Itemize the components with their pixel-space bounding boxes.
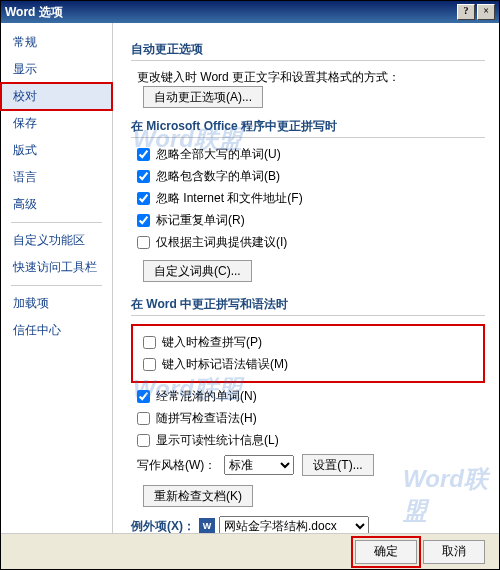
label-confused: 经常混淆的单词(N)	[156, 388, 257, 405]
exceptions-doc-select[interactable]: 网站金字塔结构.docx	[219, 516, 369, 533]
checkbox-ignore-upper[interactable]	[137, 148, 150, 161]
sidebar-item-display[interactable]: 显示	[1, 56, 112, 83]
label-repeat: 标记重复单词(R)	[156, 212, 245, 229]
label-ignore-internet: 忽略 Internet 和文件地址(F)	[156, 190, 303, 207]
sidebar-item-customize-ribbon[interactable]: 自定义功能区	[1, 227, 112, 254]
sidebar: 常规 显示 校对 保存 版式 语言 高级 自定义功能区 快速访问工具栏 加载项 …	[1, 23, 113, 533]
ok-button[interactable]: 确定	[355, 540, 417, 564]
checkbox-mainlex[interactable]	[137, 236, 150, 249]
label-mainlex: 仅根据主词典提供建议(I)	[156, 234, 287, 251]
content-panel[interactable]: Word联盟 Word联盟 Word联盟 自动更正选项 更改键入时 Word 更…	[113, 23, 499, 533]
sidebar-item-save[interactable]: 保存	[1, 110, 112, 137]
autocorrect-intro: 更改键入时 Word 更正文字和设置其格式的方式：	[137, 69, 400, 86]
label-ignore-upper: 忽略全部大写的单词(U)	[156, 146, 281, 163]
checkbox-check-grammar[interactable]	[143, 358, 156, 371]
cancel-button[interactable]: 取消	[423, 540, 485, 564]
sidebar-item-proofing[interactable]: 校对	[1, 83, 112, 110]
autocorrect-options-button[interactable]: 自动更正选项(A)...	[143, 86, 263, 108]
titlebar: Word 选项 ? ×	[1, 1, 499, 23]
recheck-doc-button[interactable]: 重新检查文档(K)	[143, 485, 253, 507]
checkbox-stats[interactable]	[137, 434, 150, 447]
sidebar-item-language[interactable]: 语言	[1, 164, 112, 191]
sidebar-item-quick-access[interactable]: 快速访问工具栏	[1, 254, 112, 281]
section-autocorrect-title: 自动更正选项	[131, 41, 485, 61]
settings-button[interactable]: 设置(T)...	[302, 454, 373, 476]
checkbox-ignore-number[interactable]	[137, 170, 150, 183]
word-options-dialog: Word 选项 ? × 常规 显示 校对 保存 版式 语言 高级 自定义功能区 …	[0, 0, 500, 570]
close-button[interactable]: ×	[477, 4, 495, 20]
checkbox-ignore-internet[interactable]	[137, 192, 150, 205]
label-stats: 显示可读性统计信息(L)	[156, 432, 279, 449]
checkbox-repeat[interactable]	[137, 214, 150, 227]
writing-style-label: 写作风格(W)：	[137, 457, 216, 474]
sidebar-item-trust-center[interactable]: 信任中心	[1, 317, 112, 344]
checkbox-confused[interactable]	[137, 390, 150, 403]
exceptions-label: 例外项(X)：	[131, 518, 195, 534]
label-with-spell: 随拼写检查语法(H)	[156, 410, 257, 427]
sidebar-item-layout[interactable]: 版式	[1, 137, 112, 164]
word-doc-icon: W	[199, 518, 215, 533]
label-check-spell: 键入时检查拼写(P)	[162, 334, 262, 351]
label-check-grammar: 键入时标记语法错误(M)	[162, 356, 288, 373]
section-wordcheck-title: 在 Word 中更正拼写和语法时	[131, 296, 485, 316]
help-button[interactable]: ?	[457, 4, 475, 20]
section-office-title: 在 Microsoft Office 程序中更正拼写时	[131, 118, 485, 138]
window-title: Word 选项	[5, 4, 455, 21]
highlight-box-spellgrammar: 键入时检查拼写(P) 键入时标记语法错误(M)	[131, 324, 485, 383]
dialog-footer: 确定 取消	[1, 533, 499, 569]
checkbox-with-spell[interactable]	[137, 412, 150, 425]
sidebar-item-addins[interactable]: 加载项	[1, 290, 112, 317]
section-exceptions: 例外项(X)： W 网站金字塔结构.docx	[131, 516, 485, 533]
custom-dict-button[interactable]: 自定义词典(C)...	[143, 260, 252, 282]
label-ignore-number: 忽略包含数字的单词(B)	[156, 168, 280, 185]
checkbox-check-spell[interactable]	[143, 336, 156, 349]
sidebar-item-general[interactable]: 常规	[1, 29, 112, 56]
sidebar-item-advanced[interactable]: 高级	[1, 191, 112, 218]
writing-style-select[interactable]: 标准	[224, 455, 294, 475]
